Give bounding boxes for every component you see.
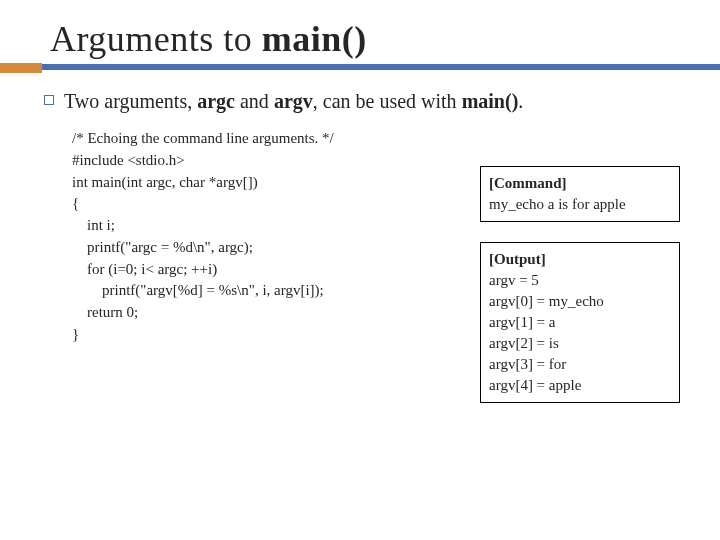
output-header: [Output] [489,249,671,270]
output-line: argv[4] = apple [489,375,671,396]
bullet-seg-2: and [235,90,274,112]
code-line: { [72,193,462,215]
command-box: [Command] my_echo a is for apple [480,166,680,222]
output-line: argv[1] = a [489,312,671,333]
code-line: printf("argc = %d\n", argc); [72,237,462,259]
bullet-row: Two arguments, argc and argv, can be use… [44,88,680,114]
rule-accent [0,63,42,73]
bullet-seg-3: , can be used with [313,90,462,112]
code-line: int main(int argc, char *argv[]) [72,172,462,194]
slide-body: Two arguments, argc and argv, can be use… [40,88,680,403]
rule-bar [0,64,720,70]
command-line: my_echo a is for apple [489,194,671,215]
output-line: argv[0] = my_echo [489,291,671,312]
bullet-bold-2: argv [274,90,313,112]
output-line: argv = 5 [489,270,671,291]
code-line: for (i=0; i< argc; ++i) [72,259,462,281]
code-line: int i; [72,215,462,237]
code-line: /* Echoing the command line arguments. *… [72,128,462,150]
bullet-seg-4: . [518,90,523,112]
code-line: #include <stdio.h> [72,150,462,172]
content-row: /* Echoing the command line arguments. *… [44,128,680,403]
code-line: return 0; [72,302,462,324]
slide-title: Arguments to main() [50,18,680,60]
output-line: argv[3] = for [489,354,671,375]
command-header: [Command] [489,173,671,194]
output-line: argv[2] = is [489,333,671,354]
title-text-bold: main() [262,19,367,59]
bullet-bold-3: main() [462,90,519,112]
title-text-1: Arguments to [50,19,262,59]
bullet-seg-1: Two arguments, [64,90,197,112]
bullet-bold-1: argc [197,90,235,112]
code-line: } [72,324,462,346]
output-box: [Output] argv = 5 argv[0] = my_echo argv… [480,242,680,403]
title-rule [0,64,720,70]
side-column: [Command] my_echo a is for apple [Output… [480,166,680,403]
bullet-square-icon [44,95,54,105]
bullet-text: Two arguments, argc and argv, can be use… [64,88,523,114]
code-block: /* Echoing the command line arguments. *… [72,128,462,403]
code-line: printf("argv[%d] = %s\n", i, argv[i]); [72,280,462,302]
slide: Arguments to main() Two arguments, argc … [0,0,720,540]
